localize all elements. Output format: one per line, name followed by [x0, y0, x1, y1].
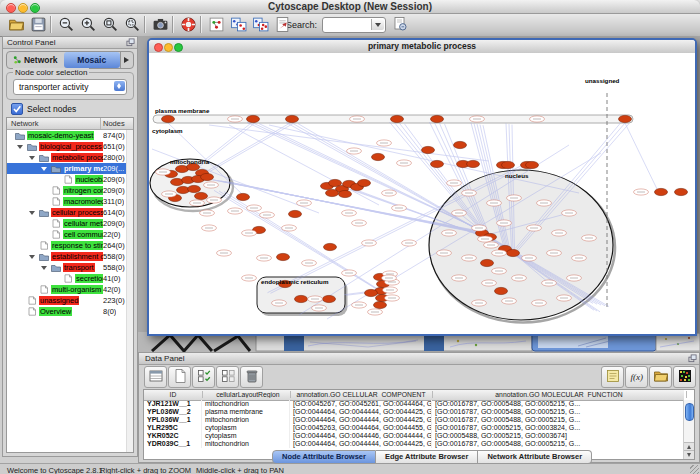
endoplasmic-reticulum-label: endoplasmic reticulum — [261, 278, 329, 285]
chevron-down-icon[interactable] — [29, 211, 35, 215]
tree-header[interactable]: Network Nodes — [7, 118, 133, 130]
scroll-down-button[interactable] — [684, 450, 694, 459]
tab-node-attribute-browser[interactable]: Node Attribute Browser — [272, 450, 376, 464]
chevron-down-icon[interactable] — [41, 266, 47, 270]
import-attributes-button[interactable] — [649, 366, 672, 388]
unassigned-label: unassigned — [585, 77, 620, 84]
main-toolbar: Search: — [0, 14, 700, 37]
network-canvas[interactable]: plasma membranecytoplasmmitochondrianucl… — [149, 53, 695, 334]
export-image-button[interactable] — [150, 16, 170, 34]
close-view-button[interactable] — [154, 43, 163, 52]
tab-edge-attribute-browser[interactable]: Edge Attribute Browser — [376, 450, 478, 464]
chevron-down-icon[interactable] — [29, 156, 35, 160]
chevron-down-icon[interactable] — [29, 255, 35, 259]
zoom-in-button[interactable] — [78, 16, 98, 34]
table-row[interactable]: YKR052Ccytoplasm[GO:0044464, GO:0044446,… — [144, 432, 684, 440]
tree-row[interactable]: secretion41(0) — [7, 273, 133, 284]
resize-grip[interactable] — [690, 465, 699, 474]
network-graph[interactable]: plasma membranecytoplasmmitochondrianucl… — [149, 53, 695, 332]
table-row[interactable]: YJR121W__1mitochondrion[GO:0045267, GO:0… — [144, 400, 684, 408]
column-header[interactable]: annotation.GO MOLECULAR_FUNCTION — [432, 391, 687, 398]
matrix-view-button[interactable] — [673, 366, 696, 388]
tree-row-node-count: 209(0) — [103, 186, 125, 195]
minimize-window-button[interactable] — [18, 3, 28, 13]
tree-row[interactable]: cellular process614(0) — [7, 207, 133, 218]
window-titlebar[interactable]: Cytoscape Desktop (New Session) — [0, 0, 700, 14]
folder-icon — [39, 252, 49, 261]
help-button[interactable] — [178, 16, 198, 34]
table-row[interactable]: YLR295Ccytoplasm[GO:0045263, GO:0044464,… — [144, 424, 684, 432]
tree-row-label: macromolecule — [63, 197, 103, 206]
search-dropdown-arrow-icon[interactable] — [371, 19, 384, 30]
duplicate-network-alt-button[interactable] — [250, 16, 270, 34]
tree-scrollbar[interactable] — [126, 130, 133, 452]
folder-icon — [15, 131, 25, 140]
tree-row[interactable]: biological_process651(0) — [7, 141, 133, 152]
tree-row[interactable]: multi-organism pro42(0) — [7, 284, 133, 295]
column-header[interactable]: ID — [144, 391, 203, 398]
search-input[interactable] — [322, 17, 386, 33]
select-nodes-checkbox[interactable] — [11, 103, 23, 115]
tree-row-node-count: 280(0) — [103, 153, 125, 162]
file-icon — [51, 230, 61, 239]
tree-row[interactable]: macromolecule311(0) — [7, 196, 133, 207]
search-text-field[interactable] — [325, 19, 373, 32]
tab-overflow-button[interactable] — [120, 52, 133, 68]
table-scrollbar[interactable] — [683, 400, 694, 459]
tree-row[interactable]: unassigned223(0) — [7, 295, 133, 306]
node-color-dropdown[interactable]: transporter activity — [13, 79, 127, 95]
tree-row[interactable]: nucleobase-209(0) — [7, 174, 133, 185]
tree-row[interactable]: cellular metabol209(0) — [7, 218, 133, 229]
tab-network-attribute-browser[interactable]: Network Attribute Browser — [478, 450, 592, 464]
delete-attribute-button[interactable] — [240, 366, 263, 388]
close-window-button[interactable] — [6, 3, 16, 13]
create-attribute-button[interactable] — [168, 366, 191, 388]
open-file-button[interactable] — [6, 16, 26, 34]
data-panel-title: Data Panel — [145, 354, 185, 363]
tab-network[interactable]: Network — [7, 52, 64, 68]
zoom-out-button[interactable] — [56, 16, 76, 34]
tree-row[interactable]: response to stimulu264(0) — [7, 240, 133, 251]
duplicate-network-button[interactable] — [228, 16, 248, 34]
scrollbar-thumb[interactable] — [685, 403, 694, 421]
chevron-down-icon[interactable] — [41, 167, 47, 171]
column-header[interactable]: _cellularLayoutRegion — [202, 391, 291, 398]
tree-row[interactable]: nitrogen compo209(0) — [7, 185, 133, 196]
table-row[interactable]: YPL036W__2plasma membrane[GO:0044464, GO… — [144, 408, 684, 416]
table-cell: [GO:0016787, GO:0005488, GO:0005215, G..… — [432, 408, 686, 416]
zoom-view-button[interactable] — [174, 43, 183, 52]
float-panel-icon[interactable] — [688, 354, 697, 363]
chevron-down-icon[interactable] — [17, 145, 23, 149]
tab-mosaic[interactable]: Mosaic — [64, 52, 121, 68]
tree-row[interactable]: cell communicat22(0) — [7, 229, 133, 240]
file-icon — [51, 219, 61, 228]
plasma-membrane-label: plasma membrane — [155, 107, 210, 114]
tree-row[interactable]: mosaic-demo-yeast874(0) — [7, 130, 133, 141]
file-icon — [63, 274, 73, 283]
column-header[interactable]: annotation.GO CELLULAR_COMPONENT — [290, 391, 433, 398]
zoom-selected-button[interactable] — [122, 16, 142, 34]
create-network-button[interactable] — [206, 16, 226, 34]
table-cell: [GO:0044464, GO:0044444, GO:0044425, G..… — [290, 416, 432, 424]
attribute-notes-button[interactable] — [601, 366, 624, 388]
unselect-attributes-button[interactable] — [216, 366, 239, 388]
table-row[interactable]: YDR039C__1mitochondrion[GO:0044464, GO:0… — [144, 440, 684, 448]
table-row[interactable]: YPL036W__1mitochondrion[GO:0044464, GO:0… — [144, 416, 684, 424]
tree-row[interactable]: primary metabo209(... — [7, 163, 133, 174]
network-window-titlebar[interactable]: primary metabolic process — [149, 40, 695, 54]
function-builder-button[interactable]: f(x) — [625, 366, 648, 388]
vizmapper-button[interactable] — [272, 16, 292, 34]
folder-icon — [51, 164, 61, 173]
float-panel-icon[interactable] — [126, 38, 135, 47]
select-attributes-button[interactable] — [192, 366, 215, 388]
zoom-window-button[interactable] — [30, 3, 40, 13]
zoom-fit-button[interactable] — [100, 16, 120, 34]
tree-row[interactable]: transport558(0) — [7, 262, 133, 273]
search-options-button[interactable] — [392, 16, 410, 34]
minimize-view-button[interactable] — [164, 43, 173, 52]
tree-row[interactable]: Overview8(0) — [7, 306, 133, 317]
tree-row[interactable]: establishment of lo558(0) — [7, 251, 133, 262]
tree-row[interactable]: metabolic process280(0) — [7, 152, 133, 163]
save-button[interactable] — [28, 16, 48, 34]
attribute-table-button[interactable] — [144, 366, 167, 388]
